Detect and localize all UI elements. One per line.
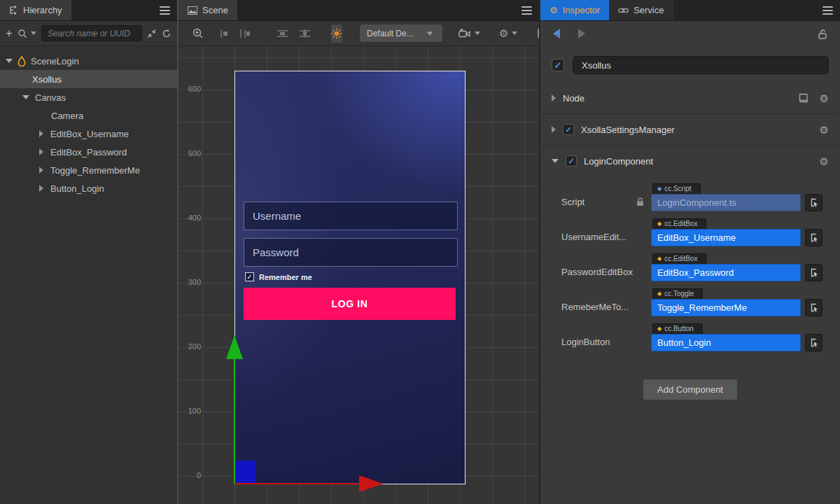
docs-book-icon[interactable]	[798, 93, 808, 103]
align-horizontal-icon[interactable]	[239, 29, 251, 38]
component-gear-icon[interactable]: ⚙	[820, 156, 829, 167]
service-tab-label: Service	[634, 5, 664, 15]
history-back-icon[interactable]	[553, 29, 560, 38]
prop-row-password: PasswordEditBox ◆ cc.EditBox EditBox_Pas…	[540, 253, 840, 281]
expander-down-icon[interactable]	[552, 159, 559, 163]
design-canvas[interactable]: Username Password ✓ Remember me LOG IN	[234, 71, 465, 484]
node-name-value: Xsollus	[582, 60, 611, 71]
node-picker-icon[interactable]	[805, 264, 822, 281]
expander-right-icon[interactable]	[39, 130, 43, 137]
tree-item-toggle-rememberme[interactable]: Toggle_RememberMe	[0, 161, 177, 179]
settings-manager-header[interactable]: ✓ XsollaSettingsManager ⚙	[540, 114, 840, 145]
tree-item-xsollus[interactable]: Xsollus	[0, 70, 177, 88]
device-resolution-dropdown[interactable]: Default De...	[360, 24, 442, 42]
origin-gizmo-square[interactable]	[236, 461, 255, 483]
inspector-menu-icon[interactable]	[822, 6, 833, 15]
tree-item-scene[interactable]: SceneLogin	[0, 52, 177, 70]
type-diamond-icon: ◆	[657, 326, 662, 332]
script-asset-chip[interactable]: LoginComponent.ts	[651, 194, 801, 211]
node-ref-chip[interactable]: EditBox_Username	[651, 229, 801, 246]
refresh-icon[interactable]	[162, 29, 172, 38]
node-active-checkbox[interactable]: ✓	[552, 59, 564, 71]
tab-hierarchy[interactable]: Hierarchy	[0, 0, 71, 20]
tree-item-label: EditBox_Username	[50, 129, 129, 139]
node-name-field[interactable]: Xsollus	[573, 56, 829, 74]
ruler-label: 100	[181, 407, 201, 415]
expander-down-icon[interactable]	[22, 95, 29, 99]
editor-root: Hierarchy + SceneLogin	[0, 0, 840, 504]
prop-label: UsernameEdit...	[561, 232, 651, 242]
gizmo-light-toggle[interactable]	[331, 24, 342, 43]
username-editbox[interactable]: Username	[244, 202, 458, 230]
scene-menu-icon[interactable]	[522, 6, 532, 15]
node-section-header[interactable]: Node ⚙	[540, 83, 840, 113]
ruler-label: 0	[181, 471, 201, 479]
node-gear-icon[interactable]: ⚙	[820, 93, 829, 104]
align-vertical-icon[interactable]	[218, 29, 229, 38]
x-axis-gizmo-arrow[interactable]	[359, 475, 383, 492]
tree-item-label: Button_Login	[50, 183, 104, 194]
tree-item-editbox-username[interactable]: EditBox_Username	[0, 125, 177, 143]
type-tag: ◆ cc.Toggle	[652, 288, 703, 299]
scene-gear-icon[interactable]: ⚙	[499, 28, 517, 38]
type-diamond-icon: ◆	[657, 186, 662, 192]
prop-label: RemeberMeTo...	[561, 302, 651, 312]
y-axis-line	[234, 358, 235, 484]
distribute-center-icon[interactable]	[299, 29, 311, 38]
service-link-icon	[618, 7, 629, 14]
checkbox-checked-icon[interactable]: ✓	[245, 272, 254, 281]
expander-right-icon[interactable]	[39, 185, 43, 192]
prop-row-username: UsernameEdit... ◆ cc.EditBox EditBox_Use…	[540, 218, 840, 246]
search-input[interactable]	[41, 25, 142, 41]
ruler-label: 200	[181, 342, 201, 351]
component-enabled-checkbox[interactable]: ✓	[566, 155, 577, 167]
expander-right-icon[interactable]	[552, 126, 556, 133]
node-ref-chip[interactable]: EditBox_Password	[651, 264, 801, 281]
scene-viewport[interactable]: 600 500 400 300 200 100 0 Username Passw…	[178, 46, 539, 504]
unlock-icon[interactable]	[818, 29, 827, 39]
add-component-button[interactable]: Add Component	[643, 379, 737, 400]
tab-scene[interactable]: Scene	[178, 0, 237, 20]
hierarchy-tab-label: Hierarchy	[23, 5, 62, 15]
inspector-gear-icon: ⚙	[550, 6, 558, 15]
node-picker-icon[interactable]	[805, 299, 822, 316]
scene-toolbar: Default De... ⚙	[178, 21, 539, 46]
hierarchy-menu-icon[interactable]	[160, 6, 170, 15]
tree-item-editbox-password[interactable]: EditBox_Password	[0, 143, 177, 161]
expander-down-icon[interactable]	[6, 59, 13, 63]
inspector-tab-label: Inspector	[563, 5, 600, 15]
zoom-icon[interactable]	[192, 28, 204, 39]
create-node-icon[interactable]: +	[6, 27, 13, 41]
distribute-top-icon[interactable]	[276, 29, 288, 38]
login-component-header[interactable]: ✓ LoginComponent ⚙	[540, 146, 840, 176]
tab-service[interactable]: Service	[609, 0, 673, 20]
password-placeholder: Password	[253, 246, 299, 258]
node-ref-chip[interactable]: Button_Login	[651, 334, 801, 351]
tree-item-camera[interactable]: Camera	[0, 106, 177, 125]
node-section-label: Node	[563, 93, 584, 104]
y-axis-gizmo-arrow[interactable]	[226, 335, 243, 359]
expander-right-icon[interactable]	[39, 148, 43, 155]
login-component-label: LoginComponent	[584, 156, 653, 167]
node-picker-icon[interactable]	[805, 334, 822, 351]
history-forward-icon[interactable]	[578, 29, 585, 38]
node-ref-chip[interactable]: Toggle_RememberMe	[651, 299, 801, 316]
login-button[interactable]: LOG IN	[244, 288, 456, 320]
node-picker-icon[interactable]	[805, 229, 822, 246]
camera-settings-icon[interactable]	[458, 29, 480, 38]
remember-me-toggle[interactable]: ✓ Remember me	[245, 272, 312, 281]
tree-item-label: Canvas	[35, 92, 66, 103]
dropdown-caret-icon	[426, 31, 433, 35]
search-filter-icon[interactable]	[18, 29, 36, 38]
password-editbox[interactable]: Password	[244, 238, 458, 267]
asset-picker-icon[interactable]	[805, 194, 822, 211]
component-enabled-checkbox[interactable]: ✓	[563, 124, 574, 135]
tree-item-canvas[interactable]: Canvas	[0, 88, 177, 106]
expander-right-icon[interactable]	[39, 167, 43, 174]
tree-item-button-login[interactable]: Button_Login	[0, 179, 177, 197]
expander-right-icon[interactable]	[552, 94, 556, 102]
type-tag: ◆ cc.Button	[652, 323, 703, 334]
component-gear-icon[interactable]: ⚙	[820, 125, 829, 135]
tab-inspector[interactable]: ⚙ Inspector	[540, 0, 609, 20]
collapse-all-icon[interactable]	[147, 29, 157, 38]
